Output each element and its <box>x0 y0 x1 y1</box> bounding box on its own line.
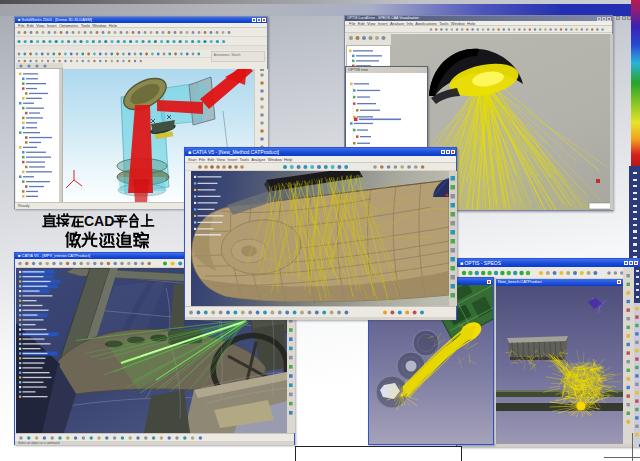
svg-text:CAD: CAD <box>84 213 114 229</box>
